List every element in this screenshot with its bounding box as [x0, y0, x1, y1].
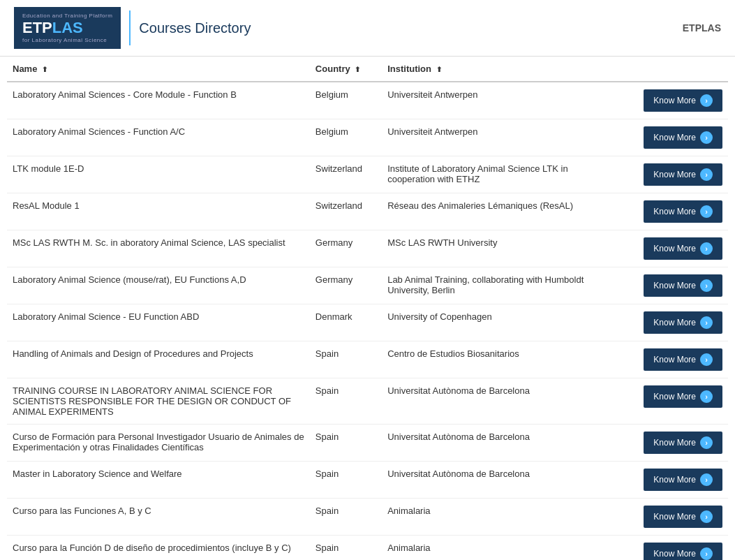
know-more-button[interactable]: Know More›: [644, 89, 722, 112]
logo-bottom-text: for Laboratory Animal Science: [22, 37, 107, 43]
know-more-button[interactable]: Know More›: [644, 200, 722, 223]
know-more-label: Know More: [653, 438, 696, 448]
row-institution: Lab Animal Training, collaborating with …: [382, 267, 598, 304]
row-institution: Universitat Autònoma de Barcelona: [382, 425, 598, 462]
row-country: Spain: [310, 425, 382, 462]
know-more-button[interactable]: Know More›: [644, 311, 722, 334]
row-country: Germany: [310, 267, 382, 304]
know-more-label: Know More: [653, 475, 696, 485]
row-country: Spain: [310, 499, 382, 536]
know-more-button[interactable]: Know More›: [644, 543, 722, 560]
row-country: Spain: [310, 536, 382, 561]
row-action: Know More›: [598, 82, 728, 119]
row-institution: Animalaria: [382, 499, 598, 536]
row-name: LTK module 1E-D: [7, 156, 310, 193]
row-action: Know More›: [598, 230, 728, 267]
know-more-button[interactable]: Know More›: [644, 432, 722, 454]
know-more-button[interactable]: Know More›: [644, 348, 722, 371]
row-institution: Animalaria: [382, 536, 598, 561]
know-more-label: Know More: [653, 244, 696, 253]
know-more-label: Know More: [653, 96, 696, 105]
page-header: Education and Training Platform ETP LAS …: [0, 0, 735, 57]
table-row: LTK module 1E-DSwitzerlandInstitute of L…: [7, 156, 728, 193]
table-container: Name ⬆ Country ⬆ Institution ⬆ Laborator…: [0, 57, 735, 560]
row-country: Spain: [310, 378, 382, 425]
row-name: MSc LAS RWTH M. Sc. in aboratory Animal …: [7, 230, 310, 267]
row-institution: Institute of Laboratory Animal Science L…: [382, 156, 598, 193]
know-more-label: Know More: [653, 133, 696, 142]
know-more-arrow-icon: ›: [700, 168, 713, 181]
know-more-button[interactable]: Know More›: [644, 274, 722, 297]
table-row: TRAINING COURSE IN LABORATORY ANIMAL SCI…: [7, 378, 728, 425]
col-header-action: [598, 57, 728, 82]
row-action: Know More›: [598, 304, 728, 341]
row-country: Switzerland: [310, 156, 382, 193]
row-name: Laboratory Animal Science (mouse/rat), E…: [7, 267, 310, 304]
table-row: Master in Laboratory Science and Welfare…: [7, 462, 728, 499]
row-action: Know More›: [598, 462, 728, 499]
know-more-arrow-icon: ›: [700, 316, 713, 329]
table-row: Curso de Formación para Personal Investi…: [7, 425, 728, 462]
row-country: Germany: [310, 230, 382, 267]
row-institution: Universitat Autònoma de Barcelona: [382, 378, 598, 425]
know-more-button[interactable]: Know More›: [644, 237, 722, 260]
row-name: Laboratory Animal Science - EU Function …: [7, 304, 310, 341]
know-more-arrow-icon: ›: [700, 279, 713, 292]
know-more-arrow-icon: ›: [700, 131, 713, 144]
row-name: TRAINING COURSE IN LABORATORY ANIMAL SCI…: [7, 378, 310, 425]
know-more-label: Know More: [653, 318, 696, 327]
row-institution: MSc LAS RWTH University: [382, 230, 598, 267]
table-row: Handling of Animals and Design of Proced…: [7, 341, 728, 378]
table-row: Curso para las Funciones A, B y CSpainAn…: [7, 499, 728, 536]
know-more-button[interactable]: Know More›: [644, 469, 722, 491]
logo-box: Education and Training Platform ETP LAS …: [14, 7, 121, 49]
courses-table: Name ⬆ Country ⬆ Institution ⬆ Laborator…: [7, 57, 728, 560]
col-header-country[interactable]: Country ⬆: [310, 57, 382, 82]
table-row: Laboratory Animal Science (mouse/rat), E…: [7, 267, 728, 304]
row-action: Know More›: [598, 499, 728, 536]
row-institution: Universiteit Antwerpen: [382, 82, 598, 119]
row-action: Know More›: [598, 267, 728, 304]
know-more-arrow-icon: ›: [700, 436, 713, 449]
know-more-label: Know More: [653, 207, 696, 216]
logo-las: LAS: [52, 19, 83, 37]
logo-etp: ETP: [22, 19, 52, 37]
know-more-button[interactable]: Know More›: [644, 385, 722, 408]
row-institution: Universitat Autònoma de Barcelona: [382, 462, 598, 499]
col-header-name[interactable]: Name ⬆: [7, 57, 310, 82]
row-action: Know More›: [598, 425, 728, 462]
know-more-button[interactable]: Know More›: [644, 506, 722, 528]
row-institution: Centro de Estudios Biosanitarios: [382, 341, 598, 378]
row-country: Belgium: [310, 119, 382, 156]
col-header-institution[interactable]: Institution ⬆: [382, 57, 598, 82]
row-name: Handling of Animals and Design of Proced…: [7, 341, 310, 378]
table-row: Curso para la Función D de diseño de pro…: [7, 536, 728, 561]
header-nav[interactable]: ETPLAS: [683, 22, 721, 34]
know-more-arrow-icon: ›: [700, 205, 713, 218]
know-more-label: Know More: [653, 170, 696, 179]
institution-sort-icon: ⬆: [436, 66, 442, 73]
know-more-button[interactable]: Know More›: [644, 126, 722, 149]
know-more-arrow-icon: ›: [700, 473, 713, 486]
row-name: Master in Laboratory Science and Welfare: [7, 462, 310, 499]
row-action: Know More›: [598, 378, 728, 425]
row-action: Know More›: [598, 536, 728, 561]
row-institution: University of Copenhagen: [382, 304, 598, 341]
know-more-label: Know More: [653, 281, 696, 290]
courses-directory-text: Courses Directory: [139, 20, 251, 36]
logo-top-text: Education and Training Platform: [22, 13, 112, 19]
row-action: Know More›: [598, 193, 728, 230]
table-row: Laboratory Animal Sciences - Function A/…: [7, 119, 728, 156]
table-row: Laboratory Animal Science - EU Function …: [7, 304, 728, 341]
row-country: Spain: [310, 341, 382, 378]
row-action: Know More›: [598, 156, 728, 193]
row-country: Belgium: [310, 82, 382, 119]
table-body: Laboratory Animal Sciences - Core Module…: [7, 82, 728, 560]
row-institution: Universiteit Antwerpen: [382, 119, 598, 156]
know-more-arrow-icon: ›: [700, 390, 713, 403]
country-sort-icon: ⬆: [355, 66, 360, 73]
row-name: Laboratory Animal Sciences - Core Module…: [7, 82, 310, 119]
know-more-label: Know More: [653, 512, 696, 522]
know-more-button[interactable]: Know More›: [644, 163, 722, 186]
row-name: ResAL Module 1: [7, 193, 310, 230]
